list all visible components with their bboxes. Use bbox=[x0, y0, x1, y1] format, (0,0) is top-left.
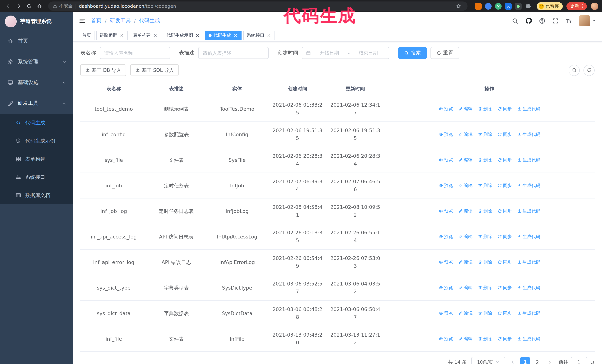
user-menu[interactable] bbox=[579, 15, 596, 26]
generate-link[interactable]: 生成代码 bbox=[517, 310, 540, 317]
delete-link[interactable]: 删除 bbox=[478, 105, 492, 113]
table-name-input[interactable] bbox=[100, 47, 170, 59]
generate-link[interactable]: 生成代码 bbox=[517, 131, 540, 138]
preview-link[interactable]: 预览 bbox=[439, 131, 453, 138]
preview-link[interactable]: 预览 bbox=[439, 207, 453, 215]
edit-link[interactable]: 编辑 bbox=[458, 310, 473, 317]
start-date-input[interactable]: 开始日期 bbox=[312, 50, 346, 56]
sync-link[interactable]: 同步 bbox=[497, 259, 512, 266]
preview-link[interactable]: 预览 bbox=[439, 310, 453, 317]
search-button[interactable]: 搜索 bbox=[398, 47, 427, 59]
delete-link[interactable]: 删除 bbox=[478, 207, 492, 215]
browser-profile-avatar[interactable] bbox=[591, 2, 598, 10]
browser-back-icon[interactable] bbox=[4, 2, 13, 10]
sync-link[interactable]: 同步 bbox=[497, 182, 512, 190]
browser-forward-icon[interactable] bbox=[14, 2, 23, 10]
tab-form-builder[interactable]: 表单构建× bbox=[130, 31, 161, 40]
sidebar-subitem-codegen-example[interactable]: 代码生成示例 bbox=[0, 132, 73, 150]
edit-link[interactable]: 编辑 bbox=[458, 131, 473, 138]
edit-link[interactable]: 编辑 bbox=[458, 284, 473, 292]
extension-icon-1[interactable] bbox=[475, 3, 482, 10]
edit-link[interactable]: 编辑 bbox=[458, 105, 473, 113]
table-desc-input[interactable] bbox=[198, 47, 269, 59]
sidebar-item-infra[interactable]: 基础设施 bbox=[0, 72, 73, 93]
preview-link[interactable]: 预览 bbox=[439, 259, 453, 266]
preview-link[interactable]: 预览 bbox=[439, 156, 453, 164]
edit-link[interactable]: 编辑 bbox=[458, 335, 473, 343]
preview-link[interactable]: 预览 bbox=[439, 335, 453, 343]
sidebar-item-system[interactable]: 系统管理 bbox=[0, 52, 73, 72]
delete-link[interactable]: 删除 bbox=[478, 310, 492, 317]
extension-icon-people[interactable] bbox=[505, 3, 512, 10]
extension-icon-vue[interactable] bbox=[495, 3, 502, 10]
update-button[interactable]: 更新 bbox=[566, 2, 587, 10]
edit-link[interactable]: 编辑 bbox=[458, 207, 473, 215]
delete-link[interactable]: 删除 bbox=[478, 131, 492, 138]
generate-link[interactable]: 生成代码 bbox=[517, 233, 540, 241]
generate-link[interactable]: 生成代码 bbox=[517, 207, 540, 215]
end-date-input[interactable]: 结束日期 bbox=[351, 50, 385, 56]
extension-icon-5[interactable]: ● bbox=[515, 3, 522, 10]
close-icon[interactable]: × bbox=[119, 33, 124, 38]
breadcrumb-home[interactable]: 首页 bbox=[91, 17, 101, 24]
create-time-range-picker[interactable]: 开始日期 - 结束日期 bbox=[302, 47, 389, 59]
tab-codegen-example[interactable]: 代码生成示例× bbox=[163, 31, 203, 40]
sidebar-item-devtools[interactable]: 研发工具 bbox=[0, 93, 73, 114]
extension-icon-2[interactable] bbox=[485, 3, 492, 10]
refresh-table-button[interactable] bbox=[583, 65, 595, 76]
generate-link[interactable]: 生成代码 bbox=[517, 105, 540, 113]
toggle-search-button[interactable] bbox=[569, 65, 580, 76]
sync-link[interactable]: 同步 bbox=[497, 131, 512, 138]
sidebar-subitem-db-doc[interactable]: 数据库文档 bbox=[0, 186, 73, 204]
delete-link[interactable]: 删除 bbox=[478, 259, 492, 266]
sidebar-subitem-codegen[interactable]: 代码生成 bbox=[0, 114, 73, 132]
paused-badge[interactable]: 已暂停 bbox=[537, 2, 563, 10]
sidebar-item-home[interactable]: 首页 bbox=[0, 31, 73, 52]
sync-link[interactable]: 同步 bbox=[497, 335, 512, 343]
preview-link[interactable]: 预览 bbox=[439, 233, 453, 241]
tab-home[interactable]: 首页 bbox=[79, 31, 95, 40]
generate-link[interactable]: 生成代码 bbox=[517, 284, 540, 292]
delete-link[interactable]: 删除 bbox=[478, 233, 492, 241]
edit-link[interactable]: 编辑 bbox=[458, 182, 473, 190]
generate-link[interactable]: 生成代码 bbox=[517, 156, 540, 164]
import-db-button[interactable]: 基于 DB 导入 bbox=[80, 64, 126, 76]
import-sql-button[interactable]: 基于 SQL 导入 bbox=[130, 64, 179, 76]
delete-link[interactable]: 删除 bbox=[478, 284, 492, 292]
hamburger-icon[interactable] bbox=[79, 17, 86, 24]
page-button-1[interactable]: 1 bbox=[520, 357, 530, 364]
preview-link[interactable]: 预览 bbox=[439, 284, 453, 292]
sync-link[interactable]: 同步 bbox=[497, 284, 512, 292]
goto-page-input[interactable] bbox=[571, 357, 587, 364]
edit-link[interactable]: 编辑 bbox=[458, 156, 473, 164]
close-icon[interactable]: × bbox=[233, 33, 238, 38]
app-logo[interactable]: 芋道管理系统 bbox=[0, 12, 73, 31]
delete-link[interactable]: 删除 bbox=[478, 182, 492, 190]
page-size-select[interactable]: 10条/页 bbox=[471, 357, 505, 364]
fullscreen-icon[interactable] bbox=[552, 18, 559, 24]
search-icon[interactable] bbox=[512, 18, 518, 24]
generate-link[interactable]: 生成代码 bbox=[517, 335, 540, 343]
close-icon[interactable]: × bbox=[266, 33, 271, 38]
security-chip[interactable]: 不安全 bbox=[53, 3, 73, 9]
help-icon[interactable] bbox=[539, 18, 545, 24]
tab-codegen[interactable]: 代码生成× bbox=[205, 31, 242, 40]
address-bar[interactable]: 不安全 dashboard.yudao.iocoder.cn/tool/code… bbox=[48, 1, 468, 11]
font-size-icon[interactable] bbox=[566, 18, 572, 24]
extensions-puzzle-icon[interactable] bbox=[525, 3, 532, 10]
next-page-button[interactable] bbox=[545, 357, 554, 364]
sidebar-subitem-system-api[interactable]: 系统接口 bbox=[0, 168, 73, 186]
bookmark-star-icon[interactable] bbox=[454, 2, 463, 10]
delete-link[interactable]: 删除 bbox=[478, 335, 492, 343]
sync-link[interactable]: 同步 bbox=[497, 105, 512, 113]
sidebar-subitem-form-builder[interactable]: 表单构建 bbox=[0, 150, 73, 168]
sync-link[interactable]: 同步 bbox=[497, 310, 512, 317]
sync-link[interactable]: 同步 bbox=[497, 233, 512, 241]
preview-link[interactable]: 预览 bbox=[439, 105, 453, 113]
generate-link[interactable]: 生成代码 bbox=[517, 259, 540, 266]
breadcrumb-codegen[interactable]: 代码生成 bbox=[139, 17, 160, 24]
github-icon[interactable] bbox=[525, 17, 532, 24]
page-button-2[interactable]: 2 bbox=[532, 357, 542, 364]
preview-link[interactable]: 预览 bbox=[439, 182, 453, 190]
close-icon[interactable]: × bbox=[153, 33, 158, 38]
